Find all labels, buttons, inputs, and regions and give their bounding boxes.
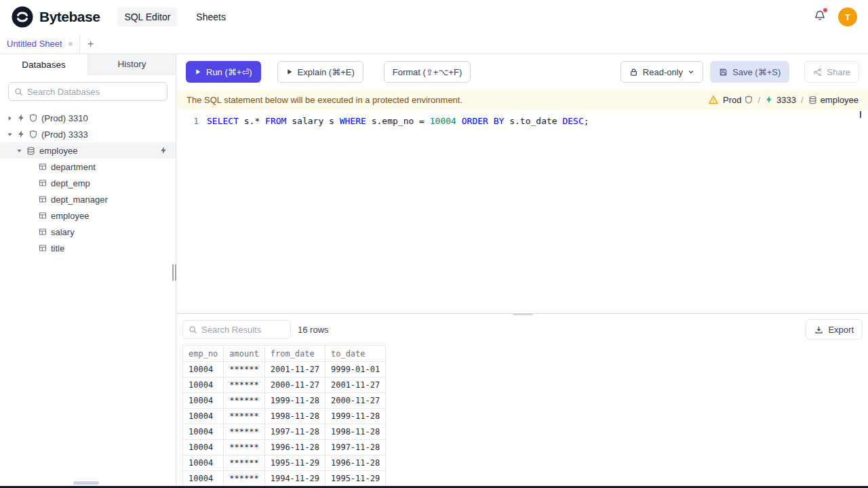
format-button[interactable]: Format (⇧+⌥+F) bbox=[384, 61, 471, 83]
save-icon bbox=[719, 68, 728, 77]
table-row: 10004******1998-11-281999-11-28 bbox=[183, 409, 386, 424]
sql-code-line: SELECT s.* FROM salary s WHERE s.emp_no … bbox=[207, 115, 589, 127]
database-link[interactable]: employee bbox=[808, 95, 859, 105]
cell-amount[interactable]: ****** bbox=[224, 409, 264, 424]
tree-item-label: employee bbox=[51, 211, 89, 221]
share-icon bbox=[813, 68, 822, 77]
tree-item-instance-prod-3310[interactable]: (Prod) 3310 bbox=[0, 110, 176, 126]
cell-emp_no[interactable]: 10004 bbox=[183, 362, 224, 378]
tree-item-database-employee[interactable]: employee bbox=[0, 142, 176, 159]
cell-amount[interactable]: ****** bbox=[224, 471, 264, 487]
tree-item-table-dept-emp[interactable]: dept_emp bbox=[0, 175, 176, 191]
caret-down-icon[interactable] bbox=[7, 131, 13, 138]
cell-amount[interactable]: ****** bbox=[224, 393, 264, 409]
column-header-to_date[interactable]: to_date bbox=[325, 346, 385, 362]
table-row: 10004******2000-11-272001-11-27 bbox=[183, 378, 386, 393]
cell-amount[interactable]: ****** bbox=[224, 362, 264, 378]
tree-item-label: (Prod) 3333 bbox=[41, 129, 88, 140]
column-header-emp_no[interactable]: emp_no bbox=[183, 346, 224, 362]
search-icon bbox=[189, 325, 197, 334]
avatar[interactable]: T bbox=[838, 7, 857, 26]
cell-from_date[interactable]: 1995-11-29 bbox=[264, 455, 325, 471]
readonly-label: Read-only bbox=[643, 67, 683, 77]
cell-amount[interactable]: ****** bbox=[224, 378, 264, 393]
panel-resize-handle[interactable] bbox=[172, 264, 176, 281]
cell-to_date[interactable]: 2001-11-27 bbox=[325, 378, 385, 393]
top-nav: SQL Editor Sheets bbox=[117, 7, 233, 26]
table-row: 10004******2001-11-279999-01-01 bbox=[183, 362, 386, 378]
tab-history[interactable]: History bbox=[88, 54, 176, 75]
notification-dot bbox=[823, 8, 827, 12]
cell-emp_no[interactable]: 10004 bbox=[183, 409, 224, 424]
cell-amount[interactable]: ****** bbox=[224, 455, 264, 471]
tree-item-instance-prod-3333[interactable]: (Prod) 3333 bbox=[0, 126, 176, 142]
sheet-tab-untitled[interactable]: Untitled Sheet bbox=[0, 34, 80, 54]
nav-sheets[interactable]: Sheets bbox=[189, 7, 233, 26]
tree-item-table-dept-manager[interactable]: dept_manager bbox=[0, 191, 176, 207]
cell-from_date[interactable]: 1996-11-28 bbox=[264, 440, 325, 455]
shield-icon bbox=[745, 96, 753, 104]
cell-amount[interactable]: ****** bbox=[224, 424, 264, 440]
explain-button[interactable]: Explain (⌘+E) bbox=[277, 61, 363, 83]
cell-from_date[interactable]: 2001-11-27 bbox=[264, 362, 325, 378]
sql-editor[interactable]: 1 SELECT s.* FROM salary s WHERE s.emp_n… bbox=[177, 110, 868, 313]
export-button-label: Export bbox=[828, 325, 854, 335]
search-results-input[interactable] bbox=[201, 325, 285, 335]
tree-item-table-department[interactable]: department bbox=[0, 159, 176, 175]
row-count: 16 rows bbox=[298, 325, 329, 335]
cell-emp_no[interactable]: 10004 bbox=[183, 471, 224, 487]
tree-item-table-employee[interactable]: employee bbox=[0, 207, 176, 224]
sql-token: ORDER BY bbox=[462, 116, 505, 126]
sidebar-horizontal-scrollbar[interactable] bbox=[73, 481, 99, 485]
share-button-label: Share bbox=[827, 67, 850, 77]
results-resize-handle[interactable] bbox=[513, 313, 533, 315]
notifications-button[interactable] bbox=[812, 8, 827, 26]
readonly-mode-button[interactable]: Read-only bbox=[620, 61, 703, 83]
explain-button-label: Explain (⌘+E) bbox=[298, 67, 355, 77]
connect-icon[interactable] bbox=[159, 146, 167, 155]
cell-emp_no[interactable]: 10004 bbox=[183, 440, 224, 455]
lock-icon bbox=[629, 68, 638, 77]
cell-amount[interactable]: ****** bbox=[224, 440, 264, 455]
cell-emp_no[interactable]: 10004 bbox=[183, 378, 224, 393]
cell-from_date[interactable]: 1998-11-28 bbox=[264, 409, 325, 424]
environment-link[interactable]: Prod bbox=[723, 95, 753, 105]
cell-to_date[interactable]: 1996-11-28 bbox=[325, 455, 385, 471]
caret-right-icon[interactable] bbox=[7, 115, 13, 121]
brand[interactable]: Bytebase bbox=[11, 5, 100, 28]
tree-item-label: dept_manager bbox=[51, 195, 108, 205]
column-header-from_date[interactable]: from_date bbox=[264, 346, 325, 362]
share-button[interactable]: Share bbox=[804, 61, 859, 83]
sql-token: s.to_date bbox=[504, 116, 562, 126]
cell-to_date[interactable]: 1998-11-28 bbox=[325, 424, 385, 440]
cell-to_date[interactable]: 1995-11-29 bbox=[325, 471, 385, 487]
connected-bolt-icon bbox=[765, 96, 773, 104]
caret-down-icon[interactable] bbox=[16, 148, 22, 154]
save-button-label: Save (⌘+S) bbox=[732, 67, 781, 77]
cell-to_date[interactable]: 1999-11-28 bbox=[325, 409, 385, 424]
table-icon bbox=[39, 163, 47, 171]
instance-link[interactable]: 3333 bbox=[765, 95, 796, 105]
save-button[interactable]: Save (⌘+S) bbox=[710, 61, 789, 83]
cell-emp_no[interactable]: 10004 bbox=[183, 393, 224, 409]
cell-to_date[interactable]: 1997-11-28 bbox=[325, 440, 385, 455]
cell-emp_no[interactable]: 10004 bbox=[183, 424, 224, 440]
run-button[interactable]: Run (⌘+⏎) bbox=[186, 61, 261, 83]
export-button[interactable]: Export bbox=[806, 319, 863, 340]
search-databases-input[interactable] bbox=[27, 87, 161, 97]
column-header-amount[interactable]: amount bbox=[224, 346, 264, 362]
tree-item-table-title[interactable]: title bbox=[0, 240, 176, 256]
cell-from_date[interactable]: 1999-11-28 bbox=[264, 393, 325, 409]
cell-to_date[interactable]: 2000-11-27 bbox=[325, 393, 385, 409]
sidebar: Databases History (Prod) 3310(Prod) 3333… bbox=[0, 54, 176, 488]
cell-from_date[interactable]: 1994-11-29 bbox=[264, 471, 325, 487]
cell-to_date[interactable]: 9999-01-01 bbox=[325, 362, 385, 378]
add-sheet-button[interactable]: + bbox=[80, 34, 102, 54]
database-label: employee bbox=[821, 95, 859, 105]
cell-from_date[interactable]: 1997-11-28 bbox=[264, 424, 325, 440]
tab-databases[interactable]: Databases bbox=[0, 54, 88, 75]
nav-sql-editor[interactable]: SQL Editor bbox=[117, 7, 177, 26]
cell-from_date[interactable]: 2000-11-27 bbox=[264, 378, 325, 393]
tree-item-table-salary[interactable]: salary bbox=[0, 224, 176, 240]
cell-emp_no[interactable]: 10004 bbox=[183, 455, 224, 471]
